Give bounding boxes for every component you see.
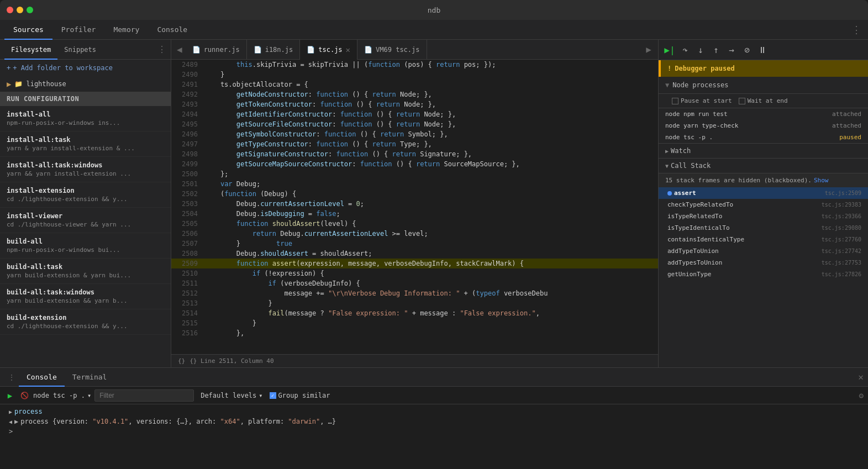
deactivate-button[interactable]: ⊘ xyxy=(740,43,754,56)
console-line-result[interactable]: ◀ ▶ process {version: "v10.4.1", version… xyxy=(0,417,868,426)
run-item-build-all-task[interactable]: build-all:task yarn build-extension & ya… xyxy=(0,259,171,284)
console-settings-icon[interactable]: ⚙ xyxy=(859,391,864,400)
run-item-build-all-task-windows[interactable]: build-all:task:windows yarn build-extens… xyxy=(0,284,171,309)
process-item-tsc[interactable]: node tsc -p . paused xyxy=(659,131,868,143)
code-line-2515: 2515 } xyxy=(171,318,658,328)
folder-item-lighthouse[interactable]: ▶ 📁 lighthouse xyxy=(0,76,171,92)
console-line-process[interactable]: ▶ process xyxy=(0,407,868,417)
console-tab-menu-icon[interactable]: ⋮ xyxy=(4,373,19,382)
more-options-icon[interactable]: ⋮ xyxy=(851,24,861,35)
tab-memory[interactable]: Memory xyxy=(104,20,148,40)
sidebar-tab-filesystem[interactable]: Filesystem xyxy=(4,40,57,60)
process-name-npm: node npm run test xyxy=(665,110,728,118)
tab-console[interactable]: Console xyxy=(19,368,65,387)
resume-button[interactable]: ▶| xyxy=(663,43,676,56)
tab-profiler[interactable]: Profiler xyxy=(52,20,105,40)
maximize-button[interactable] xyxy=(27,7,33,13)
step-button[interactable]: → xyxy=(725,43,738,56)
console-tabs: ⋮ Console Terminal ✕ xyxy=(0,368,868,387)
window-controls[interactable] xyxy=(7,7,33,13)
process-name-tsc: node tsc -p . xyxy=(665,134,713,141)
code-line-2505: 2505 function shouldAssert(level) { xyxy=(171,219,658,229)
pause-button[interactable]: ⏸ xyxy=(756,43,769,56)
console-expand-icon[interactable]: ▶ xyxy=(9,409,12,415)
sidebar-more-icon[interactable]: ⋮ xyxy=(157,44,166,55)
callstack-notice: 15 stack frames are hidden (blackboxed).… xyxy=(659,173,868,187)
console-levels-arrow-icon: ▾ xyxy=(259,392,262,399)
file-tabs-back-icon[interactable]: ◀ xyxy=(173,40,186,60)
console-clear-button[interactable]: 🚫 xyxy=(19,390,30,401)
step-out-button[interactable]: ↑ xyxy=(709,43,723,56)
callstack-section-header[interactable]: ▼ Call Stack xyxy=(659,159,868,173)
file-icon-tsc: 📄 xyxy=(307,46,315,54)
run-item-build-all[interactable]: build-all npm-run-posix-or-windows bui..… xyxy=(0,233,171,259)
group-similar-checkbox[interactable]: ✓ xyxy=(270,392,276,399)
console-close-button[interactable]: ✕ xyxy=(858,372,864,382)
console-area: ⋮ Console Terminal ✕ ▶ 🚫 node tsc -p . ▾… xyxy=(0,367,868,469)
console-result-expand-icon[interactable]: ◀ xyxy=(9,419,12,425)
stack-frame-containsidentical[interactable]: containsIdenticalType tsc.js:27760 xyxy=(659,234,868,245)
file-tabs: ◀ 📄 runner.js 📄 i18n.js 📄 tsc.js ✕ 📄 VM6… xyxy=(171,40,658,60)
wait-at-end-label: Wait at end xyxy=(748,97,788,104)
code-line-2496: 2496 getSymbolConstructor: function () {… xyxy=(171,129,658,139)
wait-at-end-checkbox[interactable]: Wait at end xyxy=(739,97,788,104)
right-panel: ▶| ↷ ↓ ↑ → ⊘ ⏸ ! Debugger paused ▼ Node … xyxy=(658,40,868,367)
stack-frame-addtypes[interactable]: addTypesToUnion tsc.js:27753 xyxy=(659,257,868,268)
stack-frame-assert[interactable]: assert tsc.js:2509 xyxy=(659,187,868,199)
debugger-paused-icon: ! xyxy=(667,65,671,72)
add-folder-button[interactable]: + + Add folder to workspace xyxy=(0,60,171,76)
file-play-button[interactable]: ▶ xyxy=(641,44,656,55)
stack-frame-getunion[interactable]: getUnionType tsc.js:27826 xyxy=(659,268,868,280)
watch-header-label: Watch xyxy=(671,147,691,155)
stack-frame-istypeidentical[interactable]: isTypeIdenticalTo tsc.js:29080 xyxy=(659,222,868,234)
close-button[interactable] xyxy=(7,7,13,13)
watch-section-header[interactable]: ▶ Watch xyxy=(659,144,868,159)
step-into-button[interactable]: ↓ xyxy=(694,43,707,56)
code-line-2498: 2498 getSignatureConstructor: function (… xyxy=(171,149,658,159)
console-context-selector[interactable]: node tsc -p . ▾ xyxy=(33,392,91,399)
console-group-similar[interactable]: ✓ Group similar xyxy=(270,392,330,399)
file-tab-vm69[interactable]: 📄 VM69 tsc.js xyxy=(357,40,427,60)
code-line-2501: 2501 var Debug; xyxy=(171,179,658,189)
pause-at-start-box[interactable] xyxy=(672,98,678,104)
run-item-build-extension[interactable]: build-extension cd ./lighthouse-extensio… xyxy=(0,309,171,335)
run-item-install-all-task-windows[interactable]: install-all:task:windows yarn && yarn in… xyxy=(0,157,171,182)
console-content: ▶ process ◀ ▶ process {version: "v10.4.1… xyxy=(0,404,868,469)
code-line-2490: 2490 } xyxy=(171,70,658,80)
code-line-2499: 2499 getSourceMapSourceConstructor: func… xyxy=(171,159,658,169)
add-folder-label: + Add folder to workspace xyxy=(13,64,113,72)
pause-at-start-checkbox[interactable]: Pause at start xyxy=(672,97,732,104)
main-tabs: Sources Profiler Memory Console ⋮ xyxy=(0,20,868,40)
run-item-install-viewer[interactable]: install-viewer cd ./lighthouse-viewer &&… xyxy=(0,208,171,233)
tab-sources[interactable]: Sources xyxy=(4,20,52,40)
process-item-yarn[interactable]: node yarn type-check attached xyxy=(659,120,868,131)
wait-at-end-box[interactable] xyxy=(739,98,745,104)
run-item-install-all-task[interactable]: install-all:task yarn & yarn install-ext… xyxy=(0,131,171,157)
process-item-npm[interactable]: node npm run test attached xyxy=(659,108,868,120)
step-over-button[interactable]: ↷ xyxy=(678,43,692,56)
console-prompt[interactable]: > xyxy=(0,426,868,436)
console-levels-button[interactable]: Default levels ▾ xyxy=(197,392,266,399)
code-editor[interactable]: 2489 this.skipTrivia = skipTrivia || (fu… xyxy=(171,60,658,354)
app-body: Filesystem Snippets ⋮ + + Add folder to … xyxy=(0,40,868,469)
console-result-expand2-icon[interactable]: ▶ xyxy=(14,418,18,425)
file-tab-tsc[interactable]: 📄 tsc.js ✕ xyxy=(300,40,357,60)
file-tab-close-icon[interactable]: ✕ xyxy=(346,46,350,54)
minimize-button[interactable] xyxy=(17,7,23,13)
run-item-install-all[interactable]: install-all npm-run-posix-or-windows ins… xyxy=(0,106,171,131)
file-tab-runner[interactable]: 📄 runner.js xyxy=(186,40,247,60)
console-filter-input[interactable] xyxy=(94,389,194,402)
node-processes-section[interactable]: ▼ Node processes xyxy=(659,77,868,94)
status-line-info: {} Line 2511, Column 40 xyxy=(190,357,273,365)
console-run-button[interactable]: ▶ xyxy=(4,390,15,401)
callstack-show-link[interactable]: Show xyxy=(814,177,829,184)
stack-frame-addtype[interactable]: addTypeToUnion tsc.js:27742 xyxy=(659,245,868,257)
tab-terminal[interactable]: Terminal xyxy=(65,368,115,387)
stack-frame-checktype[interactable]: checkTypeRelatedTo tsc.js:29383 xyxy=(659,199,868,210)
file-tab-i18n[interactable]: 📄 i18n.js xyxy=(247,40,301,60)
run-item-install-extension[interactable]: install-extension cd ./lighthouse-extens… xyxy=(0,182,171,208)
tab-console-main[interactable]: Console xyxy=(148,20,196,40)
sidebar-tab-snippets[interactable]: Snippets xyxy=(57,40,103,60)
code-area: ◀ 📄 runner.js 📄 i18n.js 📄 tsc.js ✕ 📄 VM6… xyxy=(171,40,658,367)
stack-frame-istype[interactable]: isTypeRelatedTo tsc.js:29366 xyxy=(659,210,868,222)
